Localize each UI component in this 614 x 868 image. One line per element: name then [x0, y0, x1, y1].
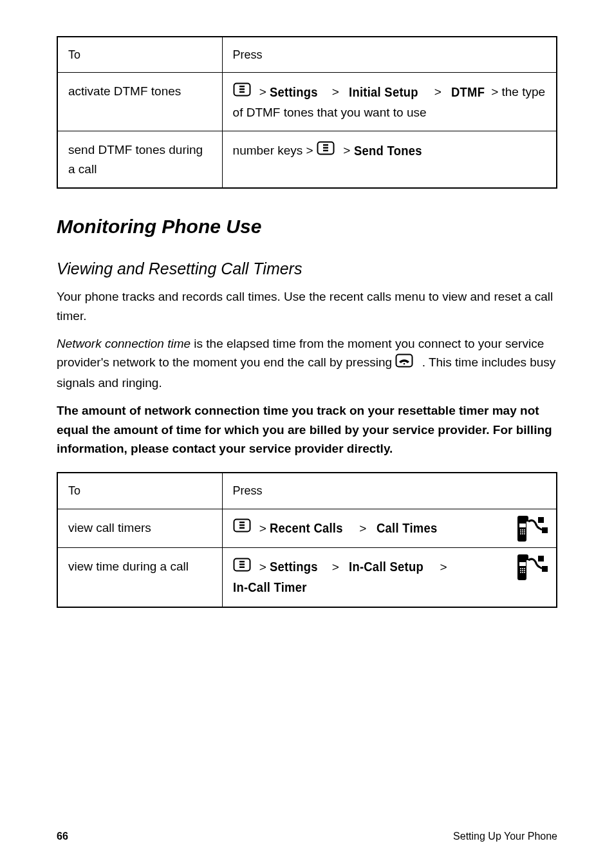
svg-point-11 — [520, 529, 521, 531]
path-sep: > — [332, 85, 342, 99]
svg-rect-39 — [239, 561, 245, 562]
svg-rect-6 — [323, 147, 328, 148]
svg-point-35 — [524, 572, 525, 573]
row1-left: view call timers — [57, 509, 222, 547]
header-text: To — [68, 484, 80, 497]
svg-rect-24 — [239, 525, 245, 526]
svg-point-32 — [524, 570, 525, 571]
phone-network-icon — [510, 552, 551, 589]
menu-path-item: Settings — [270, 557, 318, 577]
svg-point-17 — [520, 533, 521, 534]
table1-header-left: To — [57, 37, 222, 73]
emphasis-text: Network connection time — [57, 337, 191, 350]
svg-point-13 — [524, 529, 525, 531]
path-sep: > — [440, 560, 447, 574]
path-sep: > — [259, 522, 270, 535]
svg-rect-20 — [538, 517, 544, 523]
menu-path-item: DTMF — [451, 82, 485, 102]
path-sep: > — [359, 522, 369, 535]
billing-note: The amount of network connection time yo… — [57, 401, 557, 458]
svg-point-31 — [522, 570, 523, 571]
path-sep: > — [343, 144, 353, 158]
svg-rect-36 — [538, 556, 544, 561]
table1-header-right: Press — [222, 37, 557, 73]
svg-rect-2 — [239, 88, 245, 90]
table2-header-right: Press — [222, 473, 557, 509]
svg-point-18 — [522, 533, 523, 534]
prefix-text: number keys > — [233, 144, 317, 158]
path-sep: > — [259, 560, 270, 574]
row2-right: > Settings > In-Call Setup > In-Call Tim… — [222, 548, 557, 607]
row-send-left: send DTMF tones during a call — [57, 131, 222, 188]
svg-rect-26 — [519, 562, 526, 566]
menu-key-icon — [233, 82, 251, 102]
menu-path-item: In-Call Timer — [233, 578, 307, 598]
cell-text: view call timers — [68, 518, 212, 537]
page-footer: 66 Setting Up Your Phone — [57, 831, 557, 842]
svg-point-29 — [524, 568, 525, 569]
svg-point-14 — [520, 531, 521, 533]
footer-section-title: Setting Up Your Phone — [453, 831, 557, 842]
path-sep: > — [332, 560, 342, 574]
timers-table: To Press view call timers — [57, 472, 557, 608]
menu-path-item: Call Times — [377, 518, 437, 538]
svg-point-19 — [524, 533, 525, 534]
subsection-heading-timers: Viewing and Resetting Call Timers — [57, 259, 557, 278]
svg-point-12 — [522, 529, 523, 531]
svg-rect-23 — [239, 522, 245, 523]
svg-rect-21 — [542, 527, 548, 533]
menu-path-item: In-Call Setup — [349, 557, 423, 577]
note-text: The amount of network connection time yo… — [57, 404, 552, 455]
svg-rect-7 — [323, 150, 328, 151]
section-heading-monitoring: Monitoring Phone Use — [57, 216, 557, 238]
menu-key-icon — [233, 558, 251, 577]
header-text: Press — [233, 48, 263, 61]
svg-rect-25 — [239, 527, 245, 529]
end-key-icon — [395, 354, 413, 373]
svg-rect-37 — [542, 566, 548, 572]
menu-path-item: Settings — [270, 82, 318, 102]
network-time-paragraph: Network connection time is the elapsed t… — [57, 334, 557, 392]
cell-text: activate DTMF tones — [68, 82, 212, 100]
svg-point-30 — [520, 570, 521, 571]
phone-network-icon — [510, 513, 551, 550]
row-send-right: number keys > > Send Tones — [222, 131, 557, 188]
svg-point-9 — [404, 363, 405, 365]
svg-point-33 — [520, 572, 521, 573]
svg-rect-5 — [323, 144, 328, 146]
svg-point-28 — [522, 568, 523, 569]
cell-text: view time during a call — [68, 557, 212, 576]
cell-text: send DTMF tones during a call — [68, 140, 212, 178]
row1-right: > Recent Calls > Call Times — [222, 509, 557, 547]
menu-key-icon — [317, 141, 335, 160]
table2-header-left: To — [57, 473, 222, 509]
menu-path-item: Send Tones — [354, 141, 422, 161]
dtmf-table: To Press activate DTMF tones > Settings … — [57, 36, 557, 189]
svg-point-15 — [522, 531, 523, 533]
svg-rect-40 — [239, 563, 245, 565]
header-text: Press — [233, 484, 263, 497]
row-dtmf-left: activate DTMF tones — [57, 73, 222, 131]
header-text: To — [68, 48, 80, 61]
svg-rect-41 — [239, 566, 245, 567]
monitoring-body: Your phone tracks and records call times… — [57, 287, 557, 325]
path-sep: > — [434, 85, 445, 99]
row2-left: view time during a call — [57, 548, 222, 607]
svg-rect-10 — [519, 524, 526, 527]
row-dtmf-right: > Settings > Initial Setup > DTMF > the … — [222, 73, 557, 131]
svg-point-16 — [524, 531, 525, 533]
page-number: 66 — [57, 831, 68, 842]
menu-path-item: Recent Calls — [270, 518, 343, 538]
menu-key-icon — [233, 518, 251, 538]
svg-rect-3 — [239, 91, 245, 92]
svg-point-27 — [520, 568, 521, 569]
svg-point-34 — [522, 572, 523, 573]
svg-rect-1 — [239, 86, 245, 87]
menu-path-item: Initial Setup — [349, 82, 418, 102]
path-sep: > — [259, 85, 270, 99]
